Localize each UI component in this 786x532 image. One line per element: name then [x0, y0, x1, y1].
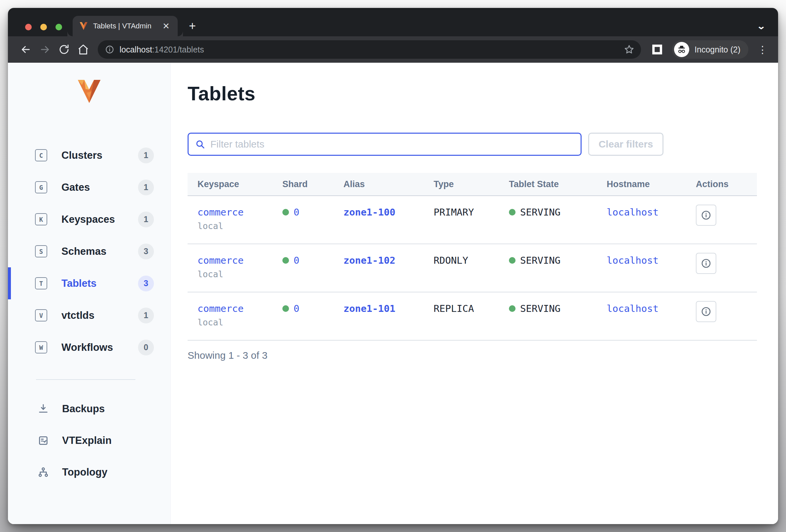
clusters-count-badge: 1: [138, 147, 154, 163]
browser-tab[interactable]: Tablets | VTAdmin ✕: [73, 16, 178, 36]
incognito-label: Incognito (2): [695, 45, 740, 54]
keyspace-link[interactable]: commerce: [198, 207, 273, 218]
tablet-info-button[interactable]: [696, 204, 716, 226]
sidebar-item-tablets[interactable]: T Tablets 3: [8, 267, 170, 299]
download-icon: [37, 403, 49, 414]
side-panel-icon[interactable]: [652, 44, 663, 55]
tablets-icon: T: [35, 277, 47, 289]
shard-link[interactable]: 0: [294, 207, 299, 218]
sidebar-item-vtexplain[interactable]: VTExplain: [8, 425, 170, 456]
cluster-label: local: [198, 221, 273, 231]
page-title: Tablets: [188, 82, 778, 105]
tablet-info-button[interactable]: [696, 253, 716, 274]
table-header-row: Keyspace Shard Alias Type Tablet State H…: [188, 173, 757, 196]
tablet-alias-link[interactable]: zone1-101: [344, 303, 395, 314]
sidebar-item-backups[interactable]: Backups: [8, 393, 170, 425]
home-button[interactable]: [75, 42, 91, 57]
vtadmin-app: C Clusters 1 G Gates 1 K Keyspaces 1: [8, 63, 778, 524]
minimize-window-button[interactable]: [40, 24, 47, 30]
keyspace-link[interactable]: commerce: [198, 255, 273, 266]
tablet-state: SERVING: [520, 303, 560, 314]
chevron-down-icon[interactable]: ⌄: [757, 21, 766, 31]
reload-button[interactable]: [56, 42, 72, 57]
url-path: :14201/tablets: [152, 45, 204, 54]
shard-link[interactable]: 0: [294, 303, 299, 314]
tablet-type: RDONLY: [424, 244, 499, 292]
keyspace-link[interactable]: commerce: [198, 303, 273, 314]
workflows-count-badge: 0: [138, 340, 154, 356]
cluster-label: local: [198, 317, 273, 328]
url-host: localhost: [119, 45, 152, 54]
shard-link[interactable]: 0: [294, 255, 299, 266]
info-icon: [701, 306, 711, 317]
sidebar-item-clusters[interactable]: C Clusters 1: [8, 139, 170, 171]
close-window-button[interactable]: [25, 24, 32, 30]
sidebar-item-workflows[interactable]: W Workflows 0: [8, 331, 170, 363]
vitess-favicon-icon: [79, 22, 88, 30]
serving-status-dot: [509, 257, 515, 264]
tab-strip: Tablets | VTAdmin ✕ + ⌄: [8, 8, 778, 36]
sidebar-item-vtctlds[interactable]: V vtctlds 1: [8, 299, 170, 331]
gates-icon: G: [35, 181, 47, 193]
bookmark-star-icon[interactable]: [624, 44, 634, 55]
cluster-label: local: [198, 269, 273, 279]
filter-tablets-input[interactable]: [210, 139, 574, 150]
search-icon: [195, 139, 205, 149]
sidebar-item-topology[interactable]: Topology: [8, 456, 170, 488]
vitess-logo[interactable]: [76, 80, 102, 103]
col-tablet-state: Tablet State: [499, 179, 597, 189]
sidebar-item-schemas[interactable]: S Schemas 3: [8, 235, 170, 267]
schemas-icon: S: [35, 245, 47, 258]
col-actions: Actions: [686, 179, 757, 189]
keyspaces-count-badge: 1: [138, 212, 154, 227]
tablet-alias-link[interactable]: zone1-102: [344, 255, 395, 266]
tablet-info-button[interactable]: [696, 301, 716, 322]
forward-button[interactable]: [37, 42, 53, 57]
sidebar-divider: [36, 379, 135, 380]
tab-title: Tablets | VTAdmin: [93, 22, 161, 30]
tablet-type: REPLICA: [424, 292, 499, 340]
vtctlds-icon: V: [35, 309, 47, 321]
results-summary: Showing 1 - 3 of 3: [188, 350, 778, 361]
back-button[interactable]: [18, 42, 34, 57]
main-content: Tablets Clear filters Keyspace Shard Ali…: [171, 63, 778, 524]
hostname-link[interactable]: localhost: [607, 207, 658, 218]
schemas-count-badge: 3: [138, 244, 154, 259]
sidebar-item-keyspaces[interactable]: K Keyspaces 1: [8, 203, 170, 235]
tablet-state: SERVING: [520, 207, 560, 218]
info-icon: [701, 258, 711, 269]
new-tab-button[interactable]: +: [185, 16, 200, 36]
incognito-badge: Incognito (2): [672, 40, 748, 59]
info-icon: [701, 210, 711, 220]
hostname-link[interactable]: localhost: [607, 303, 658, 314]
topology-icon: [37, 467, 49, 478]
sidebar-item-gates[interactable]: G Gates 1: [8, 171, 170, 203]
browser-window: Tablets | VTAdmin ✕ + ⌄ localhost:14201/…: [8, 8, 778, 524]
sidebar-secondary-nav: Backups VTExplain Topology: [8, 393, 170, 488]
url-bar[interactable]: localhost:14201/tablets: [98, 40, 641, 59]
keyspaces-icon: K: [35, 213, 47, 225]
tablet-alias-link[interactable]: zone1-100: [344, 207, 395, 218]
table-row: commerce local 0 zone1-102 RDONLY SERVIN…: [188, 244, 757, 292]
url-text: localhost:14201/tablets: [119, 45, 624, 54]
zoom-window-button[interactable]: [55, 24, 62, 30]
hostname-link[interactable]: localhost: [607, 255, 658, 266]
tablet-state: SERVING: [520, 255, 560, 266]
browser-menu-icon[interactable]: ⋮: [757, 44, 768, 55]
serving-status-dot: [509, 209, 515, 216]
vtctlds-count-badge: 1: [138, 308, 154, 323]
col-alias: Alias: [333, 179, 424, 189]
shard-status-dot: [282, 209, 289, 216]
site-info-icon[interactable]: [105, 45, 114, 54]
col-type: Type: [424, 179, 499, 189]
tab-close-icon[interactable]: ✕: [161, 21, 172, 32]
traffic-lights: [25, 24, 62, 30]
tablet-type: PRIMARY: [424, 196, 499, 244]
clusters-icon: C: [35, 149, 47, 161]
browser-toolbar: localhost:14201/tablets Incognito (2) ⋮: [8, 36, 778, 63]
clear-filters-button[interactable]: Clear filters: [588, 133, 664, 156]
col-hostname: Hostname: [597, 179, 686, 189]
shard-status-dot: [282, 305, 289, 312]
col-keyspace: Keyspace: [188, 179, 273, 189]
shard-status-dot: [282, 257, 289, 264]
